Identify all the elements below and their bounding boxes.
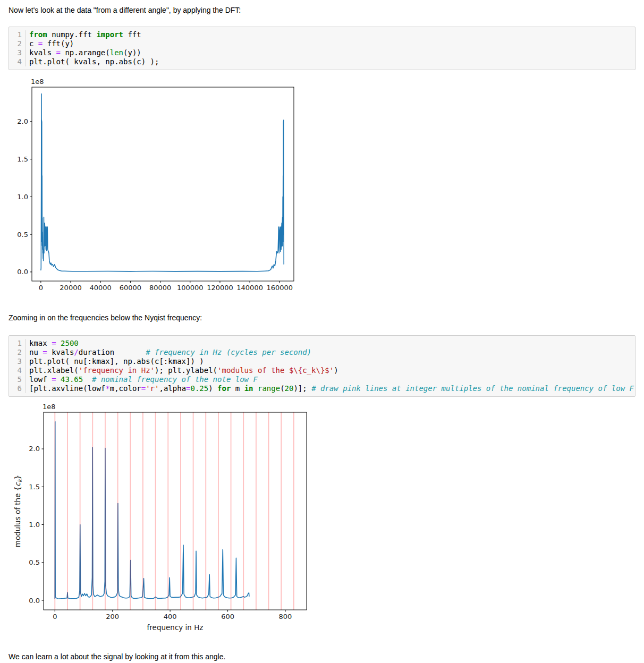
x-tick-label: 200 xyxy=(106,613,119,620)
code-text: nu = kvals/duration # frequency in Hz (c… xyxy=(29,348,631,357)
y-tick-label: 0.0 xyxy=(17,268,28,276)
x-tick-label: 140000 xyxy=(236,284,263,292)
code-line: 1kmax = 2500 xyxy=(9,339,631,348)
x-tick-label: 400 xyxy=(164,613,177,620)
line-number: 1 xyxy=(9,339,26,348)
y-axis-offset-label: 1e8 xyxy=(31,78,44,86)
x-tick-label: 60000 xyxy=(120,284,141,292)
y-tick-label: 2.0 xyxy=(29,445,40,453)
data-line xyxy=(55,422,249,599)
x-tick-label: 40000 xyxy=(90,284,112,292)
code-text: c = fft(y) xyxy=(29,39,631,48)
x-tick-label: 800 xyxy=(279,613,292,620)
y-tick-label: 0.5 xyxy=(17,231,28,239)
code-text: kmax = 2500 xyxy=(29,339,631,348)
y-tick-label: 1.0 xyxy=(29,521,40,529)
y-tick-label: 1.0 xyxy=(17,193,28,201)
code-line: 2nu = kvals/duration # frequency in Hz (… xyxy=(9,348,631,357)
line-number: 5 xyxy=(9,375,26,384)
line-number: 6 xyxy=(9,384,26,393)
line-number: 2 xyxy=(9,39,26,48)
code-cell-zoom[interactable]: 1kmax = 25002nu = kvals/duration # frequ… xyxy=(9,335,635,397)
code-text: plt.xlabel('frequency in Hz'); plt.ylabe… xyxy=(29,366,631,375)
data-line xyxy=(41,94,284,271)
y-tick-label: 2.0 xyxy=(17,117,28,125)
code-line: 2c = fft(y) xyxy=(9,39,631,48)
code-text: lowf = 43.65 # nominal frequency of the … xyxy=(29,375,631,384)
markdown-paragraph-conclusion: We can learn a lot about the signal by l… xyxy=(9,652,635,661)
x-tick-label: 20000 xyxy=(60,284,81,292)
code-text: from numpy.fft import fft xyxy=(29,30,631,39)
y-tick-label: 0.5 xyxy=(29,558,40,566)
code-line: 6[plt.axvline(lowf*m,color='r',alpha=0.2… xyxy=(9,384,631,393)
code-line: 5lowf = 43.65 # nominal frequency of the… xyxy=(9,375,631,384)
code-cell-dft[interactable]: 1from numpy.fft import fft2c = fft(y)3kv… xyxy=(9,27,635,70)
x-tick-label: 160000 xyxy=(266,284,293,292)
line-number: 4 xyxy=(9,57,26,66)
dft-magnitude-plot: 0200004000060000800001000001200001400001… xyxy=(5,75,313,299)
axes-frame xyxy=(32,87,294,281)
x-tick-label: 80000 xyxy=(149,284,171,292)
axes-frame xyxy=(44,412,307,610)
line-number: 3 xyxy=(9,357,26,366)
frequency-spectrum-plot: 02004006008000.00.51.01.52.01e8frequency… xyxy=(0,401,319,639)
code-text: kvals = np.arange(len(y)) xyxy=(29,48,631,57)
x-tick-label: 0 xyxy=(53,613,57,620)
code-text: [plt.axvline(lowf*m,color='r',alpha=0.25… xyxy=(29,384,634,393)
x-tick-label: 120000 xyxy=(207,284,233,292)
line-number: 2 xyxy=(9,348,26,357)
code-line: 4plt.plot( kvals, np.abs(c) ); xyxy=(9,57,631,66)
y-tick-label: 0.0 xyxy=(29,597,40,605)
y-axis-label: modulus of the {ck} xyxy=(13,475,23,547)
x-tick-label: 600 xyxy=(221,613,234,620)
code-line: 1from numpy.fft import fft xyxy=(9,30,631,39)
line-number: 4 xyxy=(9,366,26,375)
y-tick-label: 1.5 xyxy=(17,155,28,163)
y-tick-label: 1.5 xyxy=(29,483,40,491)
code-line: 3plt.plot( nu[:kmax], np.abs(c[:kmax]) ) xyxy=(9,357,631,366)
x-tick-label: 0 xyxy=(39,284,43,292)
markdown-paragraph-intro: Now let's look at the data "from a diffe… xyxy=(9,0,635,15)
code-text: plt.plot( kvals, np.abs(c) ); xyxy=(29,57,631,66)
x-tick-label: 100000 xyxy=(177,284,204,292)
line-number: 1 xyxy=(9,30,26,39)
code-line: 3kvals = np.arange(len(y)) xyxy=(9,48,631,57)
x-axis-label: frequency in Hz xyxy=(147,623,204,632)
code-text: plt.plot( nu[:kmax], np.abs(c[:kmax]) ) xyxy=(29,357,631,366)
markdown-paragraph-zooming: Zooming in on the frequencies below the … xyxy=(9,313,635,322)
code-line: 4plt.xlabel('frequency in Hz'); plt.ylab… xyxy=(9,366,631,375)
line-number: 3 xyxy=(9,48,26,57)
y-axis-offset-label: 1e8 xyxy=(43,403,56,411)
